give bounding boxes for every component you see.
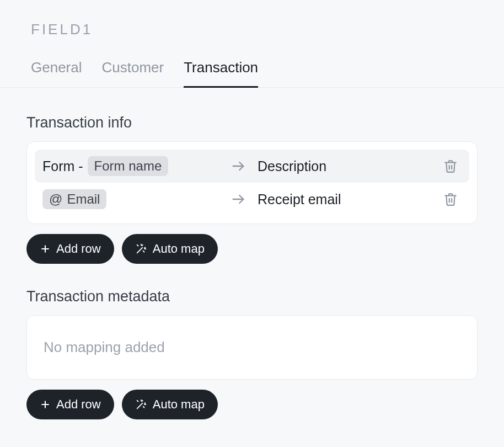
magic-wand-icon bbox=[135, 243, 147, 255]
button-row-info: Add row Auto map bbox=[26, 234, 478, 264]
arrow-icon bbox=[219, 191, 258, 207]
auto-map-button[interactable]: Auto map bbox=[122, 234, 218, 264]
button-label: Auto map bbox=[153, 242, 205, 256]
add-row-button[interactable]: Add row bbox=[26, 390, 114, 419]
tab-customer[interactable]: Customer bbox=[102, 59, 164, 88]
plus-icon bbox=[40, 243, 51, 254]
tabs: General Customer Transaction bbox=[0, 38, 504, 88]
chip-label: Email bbox=[67, 191, 100, 207]
section-transaction-metadata: Transaction metadata No mapping added Ad… bbox=[26, 288, 478, 419]
tab-general[interactable]: General bbox=[31, 59, 82, 88]
empty-state: No mapping added bbox=[35, 323, 469, 371]
source-chip: @ Email bbox=[42, 189, 106, 209]
button-row-metadata: Add row Auto map bbox=[26, 390, 478, 419]
button-label: Add row bbox=[56, 397, 101, 412]
mapping-target: Description bbox=[258, 158, 439, 174]
arrow-icon bbox=[219, 158, 258, 174]
section-title-metadata: Transaction metadata bbox=[26, 288, 478, 305]
mapping-target: Receipt email bbox=[258, 191, 439, 207]
mapping-card-info: Form - Form name Description @ E bbox=[26, 141, 478, 224]
mapping-row[interactable]: Form - Form name Description bbox=[35, 150, 469, 183]
page-title: FIELD1 bbox=[0, 0, 504, 38]
mapping-source: @ Email bbox=[42, 189, 219, 209]
section-transaction-info: Transaction info Form - Form name Descri… bbox=[26, 114, 478, 264]
mapping-card-metadata: No mapping added bbox=[26, 315, 478, 380]
at-icon: @ bbox=[49, 191, 62, 207]
trash-icon bbox=[443, 192, 458, 206]
button-label: Auto map bbox=[153, 397, 205, 412]
mapping-source: Form - Form name bbox=[42, 156, 219, 176]
content-area: Transaction info Form - Form name Descri… bbox=[0, 88, 504, 419]
mapping-row[interactable]: @ Email Receipt email bbox=[35, 183, 469, 216]
trash-icon bbox=[443, 159, 458, 173]
delete-row-button[interactable] bbox=[439, 159, 462, 173]
delete-row-button[interactable] bbox=[439, 192, 462, 206]
source-prefix: Form - bbox=[42, 158, 83, 174]
magic-wand-icon bbox=[135, 398, 147, 411]
chip-label: Form name bbox=[94, 158, 162, 174]
auto-map-button[interactable]: Auto map bbox=[122, 390, 218, 419]
section-title-info: Transaction info bbox=[26, 114, 478, 131]
source-chip: Form name bbox=[88, 156, 169, 176]
plus-icon bbox=[40, 399, 51, 410]
button-label: Add row bbox=[56, 242, 101, 256]
tab-transaction[interactable]: Transaction bbox=[184, 59, 258, 88]
add-row-button[interactable]: Add row bbox=[26, 234, 114, 264]
